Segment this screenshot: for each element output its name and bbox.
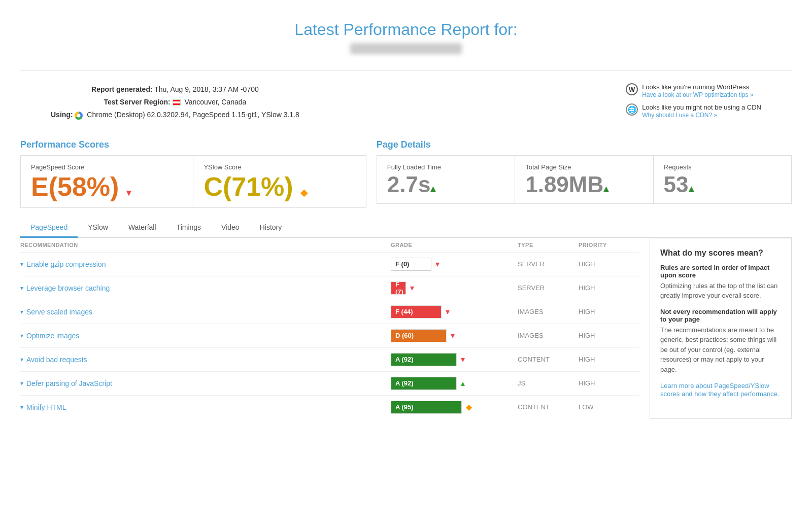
wordpress-link[interactable]: Have a look at our WP optimization tips … bbox=[642, 91, 753, 98]
grade-cell-scaled: F (44) ▾ bbox=[391, 305, 518, 319]
type-cell-optimize: IMAGES bbox=[518, 332, 579, 339]
tab-video[interactable]: Video bbox=[211, 218, 250, 238]
pagespeed-arrow-icon: ▾ bbox=[126, 188, 131, 197]
chevron-down-icon[interactable]: ▾ bbox=[20, 332, 23, 339]
tab-yslow[interactable]: YSlow bbox=[78, 218, 118, 238]
performance-scores-panel: Performance Scores PageSpeed Score E(58%… bbox=[20, 139, 366, 208]
test-server-label: Test Server Region: bbox=[104, 98, 170, 106]
info-panel-title: What do my scores mean? bbox=[660, 249, 781, 258]
yslow-score-text: C(71%) bbox=[204, 172, 293, 201]
chrome-icon bbox=[75, 112, 83, 120]
tab-waterfall[interactable]: Waterfall bbox=[118, 218, 166, 238]
rec-cell-minify-html: ▾ Minify HTML bbox=[20, 403, 391, 411]
priority-cell-gzip: HIGH bbox=[579, 260, 639, 268]
col-recommendation: RECOMMENDATION bbox=[20, 242, 391, 248]
grade-cell-bad-requests: A (92) ▾ bbox=[391, 353, 518, 366]
info-section-1: Rules are sorted in order of impact upon… bbox=[660, 264, 781, 301]
rec-cell-gzip: ▾ Enable gzip compression bbox=[20, 260, 391, 268]
chevron-down-icon[interactable]: ▾ bbox=[20, 380, 23, 387]
col-priority: PRIORITY bbox=[579, 242, 639, 248]
rec-cell-defer-js: ▾ Defer parsing of JavaScript bbox=[20, 379, 391, 387]
rec-link-optimize[interactable]: Optimize images bbox=[26, 332, 79, 340]
grade-bar-optimize: D (60) bbox=[391, 329, 447, 342]
wordpress-title: Looks like you're running WordPress bbox=[642, 83, 753, 91]
col-type: TYPE bbox=[518, 242, 579, 248]
type-cell-defer-js: JS bbox=[518, 379, 579, 387]
yslow-score-card: YSlow Score C(71%) ◆ bbox=[193, 156, 365, 207]
grade-bar-bad-requests: A (92) bbox=[391, 353, 457, 366]
rec-link-scaled[interactable]: Serve scaled images bbox=[26, 308, 92, 316]
cdn-text: Looks like you might not be using a CDN … bbox=[642, 103, 761, 119]
requests-text: 53 bbox=[664, 172, 689, 197]
using-row: Using: Chrome (Desktop) 62.0.3202.94, Pa… bbox=[51, 109, 299, 121]
tab-timings[interactable]: Timings bbox=[166, 218, 212, 238]
wordpress-icon: W bbox=[626, 83, 638, 95]
diamond-icon: ◆ bbox=[466, 402, 472, 412]
fully-loaded-value: 2.7s▴ bbox=[387, 173, 504, 196]
pagespeed-score-card: PageSpeed Score E(58%) ▾ bbox=[21, 156, 193, 207]
scores-section: Performance Scores PageSpeed Score E(58%… bbox=[20, 139, 792, 208]
globe-icon: 🌐 bbox=[626, 103, 638, 116]
total-size-text: 1.89MB bbox=[525, 172, 603, 197]
recommendations-table: RECOMMENDATION GRADE TYPE PRIORITY ▾ Ena… bbox=[20, 238, 639, 419]
total-size-arrow-icon: ▴ bbox=[603, 183, 608, 194]
fully-loaded-arrow-icon: ▴ bbox=[430, 183, 435, 194]
priority-cell-scaled: HIGH bbox=[579, 308, 639, 315]
grade-bar-caching: F (7) bbox=[391, 281, 406, 295]
cdn-title: Looks like you might not be using a CDN bbox=[642, 103, 761, 111]
page-header: Latest Performance Report for: bbox=[20, 10, 792, 65]
total-size-label: Total Page Size bbox=[525, 163, 642, 171]
meta-left: Report generated: Thu, Aug 9, 2018, 3:37… bbox=[51, 83, 299, 122]
type-cell-gzip: SERVER bbox=[518, 260, 579, 268]
canada-flag-icon bbox=[173, 99, 181, 105]
type-cell-scaled: IMAGES bbox=[518, 308, 579, 315]
grade-bar-gzip: F (0) bbox=[391, 258, 431, 271]
priority-cell-optimize: HIGH bbox=[579, 332, 639, 339]
total-size-value: 1.89MB▴ bbox=[525, 173, 642, 196]
chevron-down-icon[interactable]: ▾ bbox=[20, 308, 23, 315]
priority-cell-minify-html: LOW bbox=[579, 403, 639, 411]
report-generated-row: Report generated: Thu, Aug 9, 2018, 3:37… bbox=[51, 83, 299, 96]
chevron-down-icon[interactable]: ▾ bbox=[20, 404, 23, 411]
fully-loaded-text: 2.7s bbox=[387, 172, 431, 197]
rec-cell-scaled: ▾ Serve scaled images bbox=[20, 308, 391, 316]
grade-arrow-up-icon: ▴ bbox=[461, 378, 465, 388]
chevron-down-icon[interactable]: ▾ bbox=[20, 356, 23, 363]
requests-arrow-icon: ▴ bbox=[689, 183, 694, 194]
cdn-link[interactable]: Why should I use a CDN? » bbox=[642, 112, 717, 119]
grade-cell-caching: F (7) ▾ bbox=[391, 281, 518, 295]
pagespeed-value: E(58%) ▾ bbox=[31, 173, 183, 200]
wordpress-text: Looks like you're running WordPress Have… bbox=[642, 83, 753, 98]
rec-link-minify-html[interactable]: Minify HTML bbox=[26, 403, 66, 411]
type-cell-minify-html: CONTENT bbox=[518, 403, 579, 411]
chevron-down-icon[interactable]: ▾ bbox=[20, 261, 23, 268]
page-details-title: Page Details bbox=[377, 139, 792, 150]
tab-history[interactable]: History bbox=[250, 218, 292, 238]
yslow-arrow-icon: ◆ bbox=[300, 188, 308, 197]
priority-cell-defer-js: HIGH bbox=[579, 379, 639, 387]
cdn-notice: 🌐 Looks like you might not be using a CD… bbox=[626, 103, 761, 119]
rec-link-caching[interactable]: Leverage browser caching bbox=[26, 284, 110, 292]
pagespeed-score-text: E(58%) bbox=[31, 172, 119, 201]
page-title: Latest Performance Report for: bbox=[20, 20, 792, 39]
pagespeed-label: PageSpeed Score bbox=[31, 163, 183, 171]
rec-link-defer-js[interactable]: Defer parsing of JavaScript bbox=[26, 379, 112, 387]
rec-link-bad-requests[interactable]: Avoid bad requests bbox=[26, 356, 87, 364]
header-divider bbox=[20, 70, 792, 70]
priority-cell-bad-requests: HIGH bbox=[579, 356, 639, 363]
grade-bar-minify-html: A (95) bbox=[391, 401, 462, 414]
rec-cell-caching: ▾ Leverage browser caching bbox=[20, 284, 391, 292]
test-server-row: Test Server Region: Vancouver, Canada bbox=[51, 96, 299, 109]
yslow-label: YSlow Score bbox=[204, 163, 355, 171]
using-value: Chrome (Desktop) 62.0.3202.94, PageSpeed… bbox=[87, 111, 299, 119]
grade-bar-defer-js: A (92) bbox=[391, 377, 457, 390]
grade-arrow-down-icon: ▾ bbox=[410, 283, 414, 293]
type-cell-caching: SERVER bbox=[518, 284, 579, 292]
chevron-down-icon[interactable]: ▾ bbox=[20, 285, 23, 292]
tab-pagespeed[interactable]: PageSpeed bbox=[20, 218, 78, 238]
table-row: ▾ Optimize images D (60) ▾ IMAGES HIGH bbox=[20, 324, 639, 348]
info-panel-link[interactable]: Learn more about PageSpeed/YSlow scores … bbox=[660, 382, 780, 398]
rec-link-gzip[interactable]: Enable gzip compression bbox=[26, 260, 106, 268]
table-header-row: RECOMMENDATION GRADE TYPE PRIORITY bbox=[20, 238, 639, 253]
rec-cell-bad-requests: ▾ Avoid bad requests bbox=[20, 356, 391, 364]
